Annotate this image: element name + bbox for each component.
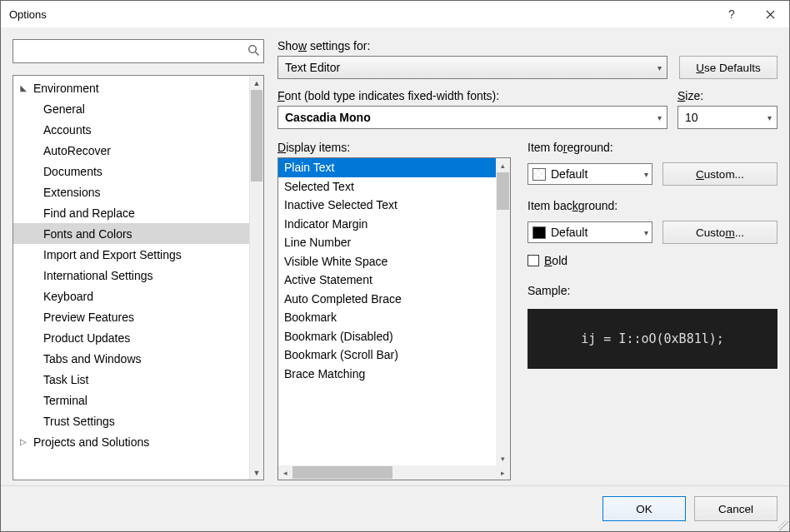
resize-grip-icon[interactable] (778, 520, 788, 530)
tree-node[interactable]: Extensions (13, 181, 263, 202)
list-h-scrollbar[interactable]: ◂ ▸ (278, 465, 510, 480)
tree-node[interactable]: Trust Settings (13, 410, 263, 431)
scroll-down-icon[interactable]: ▼ (250, 465, 263, 480)
scroll-down-icon[interactable]: ▾ (496, 451, 510, 465)
show-settings-label: Show settings for: (278, 39, 668, 52)
tree-node[interactable]: Import and Export Settings (13, 244, 263, 265)
list-item[interactable]: Active Statement (278, 271, 510, 290)
left-column: ◢EnvironmentGeneralAccountsAutoRecoverDo… (12, 39, 264, 480)
svg-line-1 (255, 52, 258, 55)
list-item[interactable]: Bookmark (Scroll Bar) (278, 346, 510, 365)
tree-node-label: Task List (43, 373, 88, 386)
scroll-up-icon[interactable]: ▴ (496, 158, 510, 172)
search-input[interactable] (13, 43, 243, 60)
tree-scrollbar[interactable]: ▲ ▼ (249, 76, 263, 480)
scroll-thumb[interactable] (251, 90, 262, 181)
tree-node[interactable]: Task List (13, 369, 263, 390)
options-dialog: Options ? ◢EnvironmentGeneralAccountsAut… (0, 0, 790, 532)
tree-node[interactable]: AutoRecover (13, 140, 263, 161)
cancel-button[interactable]: Cancel (694, 496, 778, 521)
custom-foreground-button[interactable]: Custom... (662, 162, 778, 186)
collapse-icon: ◢ (17, 83, 30, 92)
item-foreground-label: Item foreground: (528, 141, 778, 154)
window-title: Options (9, 8, 712, 21)
category-tree[interactable]: ◢EnvironmentGeneralAccountsAutoRecoverDo… (12, 75, 264, 480)
show-settings-value: Text Editor (285, 61, 340, 74)
list-item[interactable]: Plain Text (278, 158, 510, 177)
dialog-footer: OK Cancel (1, 485, 789, 531)
tree-node-label: Extensions (43, 186, 100, 199)
list-item[interactable]: Bookmark (Disabled) (278, 327, 510, 346)
tree-node-label: Tabs and Windows (43, 352, 142, 365)
custom-background-button[interactable]: Custom... (662, 221, 778, 244)
titlebar: Options ? (1, 1, 789, 27)
tree-node-label: Accounts (43, 123, 92, 137)
chevron-down-icon: ▾ (639, 170, 648, 179)
list-v-scrollbar[interactable]: ▴ ▾ (496, 158, 510, 465)
list-item[interactable]: Brace Matching (278, 365, 510, 384)
size-combo[interactable]: 10 ▾ (678, 106, 778, 129)
tree-node-label: AutoRecover (43, 144, 111, 157)
sample-text: ij = I::oO(0xB81l); (581, 331, 724, 346)
scroll-left-icon[interactable]: ◂ (278, 465, 292, 480)
close-icon (766, 10, 775, 19)
list-item[interactable]: Indicator Margin (278, 215, 510, 234)
tree-node-label: Fonts and Colors (43, 227, 132, 241)
scroll-thumb[interactable] (497, 172, 509, 210)
tree-node[interactable]: Accounts (13, 119, 263, 140)
tree-node-label: Environment (33, 82, 99, 95)
tree-node[interactable]: Preview Features (13, 306, 263, 327)
background-value: Default (551, 226, 588, 239)
svg-point-0 (248, 45, 256, 52)
tree-node-label: Trust Settings (43, 415, 115, 428)
show-settings-combo[interactable]: Text Editor ▾ (278, 56, 668, 79)
scroll-right-icon[interactable]: ▸ (496, 465, 510, 480)
help-button[interactable]: ? (712, 2, 751, 27)
tree-node-label: Import and Export Settings (43, 248, 182, 261)
checkbox-icon (528, 255, 539, 266)
list-item[interactable]: Visible White Space (278, 252, 510, 271)
tree-node[interactable]: Terminal (13, 390, 263, 410)
font-label: Font (bold type indicates fixed-width fo… (278, 89, 668, 102)
search-box[interactable] (12, 39, 264, 63)
scroll-up-icon[interactable]: ▲ (250, 76, 263, 90)
foreground-swatch (532, 168, 546, 181)
font-combo[interactable]: Cascadia Mono ▾ (278, 106, 668, 129)
search-icon (243, 44, 263, 59)
display-items-label: Display items: (278, 141, 511, 154)
size-value: 10 (685, 111, 698, 124)
tree-node[interactable]: Fonts and Colors (13, 223, 263, 244)
tree-node[interactable]: ▷Projects and Solutions (13, 431, 263, 452)
tree-node[interactable]: General (13, 98, 263, 119)
close-button[interactable] (751, 2, 789, 27)
chevron-down-icon: ▾ (651, 63, 662, 72)
ok-button[interactable]: OK (602, 496, 686, 521)
sample-label: Sample: (528, 284, 778, 297)
display-items-list[interactable]: Plain TextSelected TextInactive Selected… (278, 157, 511, 480)
sample-preview: ij = I::oO(0xB81l); (528, 309, 778, 369)
tree-node[interactable]: Find and Replace (13, 202, 263, 223)
use-defaults-button[interactable]: Use Defaults (679, 56, 778, 79)
tree-node[interactable]: Tabs and Windows (13, 348, 263, 369)
tree-node-label: Keyboard (43, 290, 93, 303)
chevron-down-icon: ▾ (761, 113, 772, 122)
tree-node[interactable]: ◢Environment (13, 77, 263, 98)
list-item[interactable]: Selected Text (278, 177, 510, 196)
bold-checkbox[interactable]: Bold (528, 254, 778, 267)
list-item[interactable]: Inactive Selected Text (278, 196, 510, 215)
tree-node-label: General (43, 102, 85, 116)
tree-node-label: Projects and Solutions (33, 435, 149, 449)
foreground-combo[interactable]: Default ▾ (528, 163, 652, 185)
tree-node[interactable]: Documents (13, 161, 263, 181)
list-item[interactable]: Bookmark (278, 308, 510, 327)
tree-node[interactable]: International Settings (13, 265, 263, 286)
font-value: Cascadia Mono (285, 111, 371, 124)
list-item[interactable]: Auto Completed Brace (278, 290, 510, 309)
background-combo[interactable]: Default ▾ (528, 221, 652, 243)
list-item[interactable]: Line Number (278, 233, 510, 252)
tree-node[interactable]: Product Updates (13, 327, 263, 348)
tree-node-label: Terminal (43, 394, 88, 407)
tree-node[interactable]: Keyboard (13, 286, 263, 306)
size-label: Size: (678, 89, 778, 102)
scroll-thumb[interactable] (292, 466, 392, 479)
